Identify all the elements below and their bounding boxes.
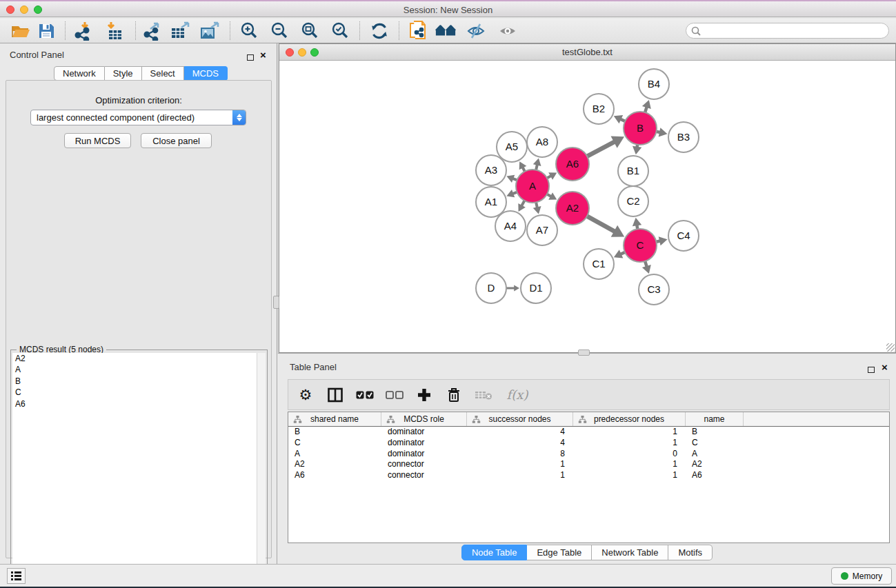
tab-motifs[interactable]: Motifs [668,545,713,560]
zoom-selected-button[interactable] [329,20,351,42]
graph-edge-A2-C[interactable] [585,215,615,232]
graph-node-A1[interactable]: A1 [476,187,506,217]
tab-network[interactable]: Network [54,66,105,81]
graph-node-A3[interactable]: A3 [476,155,506,185]
graph-node-B1[interactable]: B1 [618,156,648,186]
close-panel-icon[interactable]: × [260,49,266,61]
resize-corner-handle[interactable] [886,343,895,352]
graph-node-A2[interactable]: A2 [556,192,589,225]
table-cell[interactable]: connector [381,459,467,470]
column-header-MCDS-role[interactable]: MCDS role [381,412,467,426]
graph-node-A6[interactable]: A6 [556,148,589,181]
float-panel-icon[interactable] [247,51,254,63]
result-item[interactable]: B [12,376,257,387]
horizontal-divider-handle[interactable] [578,349,590,356]
column-view-button[interactable] [326,386,344,404]
float-table-panel-icon[interactable] [868,363,875,376]
delete-column-button[interactable] [445,386,463,404]
hide-panels-button[interactable] [465,20,487,42]
task-history-button[interactable] [7,568,26,584]
table-cell[interactable]: connector [381,470,467,481]
graph-node-A8[interactable]: A8 [527,127,557,157]
table-cell[interactable]: 0 [573,449,686,460]
graph-node-C2[interactable]: C2 [618,186,648,216]
table-cell[interactable]: 1 [467,470,573,481]
table-row[interactable]: A2connector11A2 [288,459,889,470]
run-mcds-button[interactable]: Run MCDS [64,133,131,148]
tab-style[interactable]: Style [105,66,142,81]
table-cell[interactable]: A [686,449,744,460]
new-network-from-file-button[interactable] [407,20,429,42]
result-item[interactable]: A2 [12,353,257,364]
network-graph-canvas[interactable]: B4B2BB3A5A8A6B1A3AA1C2A2A4A7CC4C1C3DD1 [279,61,895,352]
table-row[interactable]: A6connector11A6 [288,470,889,481]
graph-edge-A6-B[interactable] [586,142,615,158]
select-all-button[interactable] [356,386,374,404]
column-header-shared-name[interactable]: shared name [288,412,381,426]
column-header-name[interactable]: name [686,412,744,426]
show-panels-button[interactable] [497,20,519,42]
graph-node-A5[interactable]: A5 [497,132,527,162]
table-cell[interactable]: dominator [381,438,467,449]
table-cell[interactable]: B [686,427,744,438]
table-cell[interactable]: A2 [288,459,381,470]
table-row[interactable]: Adominator80A [288,449,889,460]
graph-node-B2[interactable]: B2 [584,94,614,124]
open-session-button[interactable] [10,20,32,42]
graph-node-D[interactable]: D [476,273,506,303]
tab-node-table[interactable]: Node Table [461,545,528,560]
tab-edge-table[interactable]: Edge Table [527,545,592,560]
graph-node-B[interactable]: B [624,112,657,145]
table-cell[interactable]: A2 [686,459,744,470]
table-cell[interactable]: A6 [288,470,381,481]
vertical-divider-handle[interactable] [273,296,279,309]
table-cell[interactable]: 1 [573,438,686,449]
table-cell[interactable]: dominator [381,449,467,460]
column-header-predecessor-nodes[interactable]: predecessor nodes [573,412,686,426]
import-table-button[interactable] [103,20,126,42]
graph-node-A4[interactable]: A4 [495,211,526,241]
graph-node-C4[interactable]: C4 [668,221,699,251]
import-network-button[interactable] [72,20,94,42]
zoom-out-button[interactable] [268,20,290,42]
table-cell[interactable]: A [288,449,381,460]
table-cell[interactable]: C [288,438,381,449]
tab-select[interactable]: Select [142,66,184,81]
save-session-button[interactable] [35,20,57,42]
delete-table-button[interactable] [475,386,492,404]
table-options-button[interactable]: ⚙ [297,386,315,404]
function-builder-button[interactable]: f(x) [504,386,530,404]
close-panel-button[interactable]: Close panel [141,133,212,148]
table-cell[interactable]: 1 [573,459,686,470]
table-cell[interactable]: 4 [467,427,573,438]
refresh-button[interactable] [368,20,390,42]
table-cell[interactable]: 8 [467,449,573,460]
search-input[interactable] [701,26,874,36]
zoom-in-button[interactable] [238,20,260,42]
graph-node-C3[interactable]: C3 [639,274,669,305]
graph-node-C[interactable]: C [624,229,657,262]
show-all-networks-button[interactable] [435,20,457,42]
table-cell[interactable]: 1 [467,459,573,470]
table-cell[interactable]: A6 [686,470,744,481]
export-table-button[interactable] [169,20,191,42]
deselect-all-button[interactable] [386,386,404,404]
table-cell[interactable]: dominator [381,427,467,438]
optimization-criterion-dropdown[interactable]: largest connected component (directed) [30,110,246,125]
table-cell[interactable]: 1 [573,470,686,481]
table-cell[interactable]: C [686,438,744,449]
graph-node-B3[interactable]: B3 [668,122,699,152]
close-table-panel-icon[interactable]: × [882,361,888,374]
table-cell[interactable]: B [288,427,381,438]
result-item[interactable]: A6 [12,398,257,409]
export-network-button[interactable] [141,20,163,42]
table-cell[interactable]: 4 [467,438,573,449]
table-row[interactable]: Cdominator41C [288,438,889,449]
graph-node-D1[interactable]: D1 [521,273,551,303]
graph-node-B4[interactable]: B4 [639,69,669,99]
graph-node-A7[interactable]: A7 [527,215,557,245]
add-column-button[interactable] [415,386,433,404]
search-box[interactable] [686,23,889,39]
zoom-fit-button[interactable] [299,20,321,42]
result-item[interactable]: A [12,364,257,375]
